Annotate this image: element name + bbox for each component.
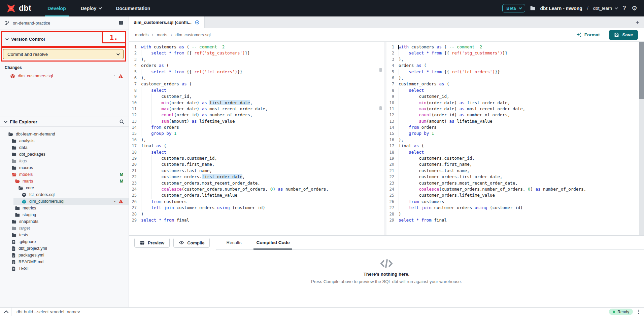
code-line[interactable]: 19 customers.customer_id, bbox=[386, 155, 639, 161]
code-line[interactable]: 23 customer_orders.most_recent_order_dat… bbox=[129, 180, 384, 186]
environment-selector[interactable]: dbt_learn bbox=[593, 6, 617, 11]
tree-item-packages-yml[interactable]: packages.yml bbox=[0, 252, 129, 259]
code-line[interactable]: 9 customer_id, bbox=[129, 93, 384, 100]
editor-scrollbar[interactable] bbox=[639, 42, 644, 235]
code-line[interactable]: 14 from orders bbox=[386, 124, 639, 130]
dbt-logo[interactable]: dbt bbox=[0, 0, 40, 16]
code-line[interactable]: 24 coalesce(customer_orders.number_of_or… bbox=[129, 186, 384, 192]
code-line[interactable]: 7customer_orders as ( bbox=[129, 81, 384, 87]
code-line[interactable]: 2 select * from {{ ref('stg_customers')}… bbox=[386, 50, 639, 56]
tree-item-staging[interactable]: staging bbox=[0, 211, 129, 218]
code-line[interactable]: 16), bbox=[386, 137, 639, 143]
code-line[interactable]: 4orders as ( bbox=[129, 63, 384, 69]
breadcrumb-models[interactable]: models bbox=[135, 33, 148, 37]
tree-item-tests[interactable]: tests bbox=[0, 232, 129, 238]
format-button[interactable]: Format bbox=[576, 32, 600, 38]
code-line[interactable]: 8 select bbox=[386, 87, 639, 93]
code-line[interactable]: 9 customer_id, bbox=[386, 93, 639, 100]
code-line[interactable]: 11 max(order_date) as most_recent_order_… bbox=[386, 106, 639, 112]
code-line[interactable]: 27 left join customer_orders using (cust… bbox=[129, 205, 384, 211]
code-line[interactable]: 21 customers.last_name, bbox=[386, 168, 639, 174]
command-input[interactable]: dbt build --select <model_name> bbox=[11, 309, 80, 314]
code-line[interactable]: 16), bbox=[129, 137, 384, 143]
code-line[interactable]: 25 customer_orders.lifetime_value bbox=[129, 192, 384, 198]
code-line[interactable]: 17final as ( bbox=[129, 143, 384, 149]
code-line[interactable]: 14 from orders bbox=[129, 124, 384, 130]
code-line[interactable]: 25 customer_orders.lifetime_value bbox=[386, 192, 639, 198]
code-line[interactable]: 3), bbox=[386, 56, 639, 63]
tree-item-dbt-packages[interactable]: dbt_packages bbox=[0, 151, 129, 158]
commit-options-toggle[interactable] bbox=[112, 49, 123, 59]
code-line[interactable]: 6), bbox=[129, 75, 384, 81]
code-line[interactable]: 15 group by 1 bbox=[129, 130, 384, 136]
code-pane-right[interactable]: 1with customers as ( -- comment 22 selec… bbox=[386, 42, 639, 235]
tree-item-analysis[interactable]: analysis bbox=[0, 137, 129, 144]
tree-item-data[interactable]: data bbox=[0, 144, 129, 151]
scrollbar-thumb[interactable] bbox=[639, 42, 644, 99]
code-line[interactable]: 7customer_orders as ( bbox=[386, 81, 639, 87]
scroll-mark[interactable] bbox=[379, 68, 382, 72]
file-explorer-header[interactable]: File Explorer bbox=[0, 117, 129, 127]
code-line[interactable]: 10 min(order_date) as first_order_date, bbox=[129, 100, 384, 106]
code-line[interactable]: 29select * from final bbox=[129, 217, 384, 223]
code-line[interactable]: 26 from customers bbox=[129, 199, 384, 205]
breadcrumb-marts[interactable]: marts bbox=[157, 33, 167, 37]
code-line[interactable]: 15 group by 1 bbox=[386, 130, 639, 136]
tab-results[interactable]: Results bbox=[226, 236, 241, 249]
code-line[interactable]: 13 sum(amount) as lifetime_value bbox=[386, 118, 639, 124]
tree-item-snapshots[interactable]: snapshots bbox=[0, 218, 129, 225]
code-pane-left[interactable]: 1with customers as ( -- comment 22 selec… bbox=[129, 42, 384, 235]
pane-divider[interactable] bbox=[384, 42, 386, 235]
code-line[interactable]: 4orders as ( bbox=[386, 63, 639, 69]
code-line[interactable]: 20 customers.first_name, bbox=[386, 161, 639, 167]
code-line[interactable]: 28) bbox=[386, 211, 639, 217]
code-line[interactable]: 12 count(order_id) as number_of_orders, bbox=[129, 112, 384, 118]
code-line[interactable]: 28) bbox=[129, 211, 384, 217]
code-line[interactable]: 18 select bbox=[386, 149, 639, 155]
code-line[interactable]: 27 left join customer_orders using (cust… bbox=[386, 205, 639, 211]
code-line[interactable]: 5 select * from {{ ref('fct_orders')}} bbox=[386, 69, 639, 75]
code-line[interactable]: 12 count(order_id) as number_of_orders, bbox=[386, 112, 639, 118]
code-line[interactable]: 22 customer_orders.first_order_date, bbox=[129, 174, 384, 180]
kebab-menu-icon[interactable] bbox=[637, 309, 641, 315]
tree-item-readme-md[interactable]: README.md bbox=[0, 259, 129, 265]
code-line[interactable]: 18 select bbox=[129, 149, 384, 155]
nav-deploy[interactable]: Deploy bbox=[73, 0, 109, 16]
code-line[interactable]: 8 select bbox=[129, 87, 384, 93]
nav-documentation[interactable]: Documentation bbox=[108, 0, 158, 16]
commit-and-resolve-button[interactable]: Commit and resolve bbox=[3, 49, 124, 59]
search-icon[interactable] bbox=[119, 119, 125, 124]
tree-item-macros[interactable]: macros bbox=[0, 164, 129, 171]
code-line[interactable]: 24 coalesce(customer_orders.number_of_or… bbox=[386, 186, 639, 192]
editor-tab-dim-customers[interactable]: dim_customers.sql (confli... bbox=[129, 16, 205, 28]
code-line[interactable]: 1with customers as ( -- comment 2 bbox=[386, 44, 639, 50]
code-line[interactable]: 17final as ( bbox=[386, 143, 639, 149]
tree-item-target[interactable]: target bbox=[0, 225, 129, 232]
collapse-chevron-up-icon[interactable] bbox=[0, 310, 11, 313]
code-line[interactable]: 21 customers.last_name, bbox=[129, 168, 384, 174]
nav-develop[interactable]: Develop bbox=[40, 0, 73, 16]
code-line[interactable]: 20 customers.first_name, bbox=[129, 161, 384, 167]
code-line[interactable]: 19 customers.customer_id, bbox=[129, 155, 384, 161]
code-line[interactable]: 26 from customers bbox=[386, 199, 639, 205]
tree-item-fct-orders-sql[interactable]: fct_orders.sql bbox=[0, 191, 129, 198]
changed-file-row[interactable]: dim_customers.sql · bbox=[0, 72, 129, 80]
tree-item-logs[interactable]: logs bbox=[0, 158, 129, 164]
code-line[interactable]: 23 customer_orders.most_recent_order_dat… bbox=[386, 180, 639, 186]
tree-item-test[interactable]: TEST bbox=[0, 265, 129, 272]
code-line[interactable]: 1with customers as ( -- comment 2 bbox=[129, 44, 384, 50]
tab-compiled-code[interactable]: Compiled Code bbox=[256, 236, 290, 249]
tree-item-dbt-project-yml[interactable]: dbt_project.yml bbox=[0, 245, 129, 252]
code-line[interactable]: 11 max(order_date) as most_recent_order_… bbox=[129, 106, 384, 112]
tree-item-metrics[interactable]: metrics bbox=[0, 205, 129, 211]
save-button[interactable]: Save bbox=[609, 30, 638, 40]
help-icon[interactable]: ? bbox=[622, 5, 627, 12]
beta-dropdown[interactable]: Beta bbox=[502, 4, 525, 12]
docs-book-icon[interactable] bbox=[118, 20, 124, 26]
compile-button[interactable]: Compile bbox=[173, 238, 210, 248]
code-line[interactable]: 13 sum(amount) as lifetime_value bbox=[129, 118, 384, 124]
tree-item-models[interactable]: modelsM bbox=[0, 171, 129, 178]
code-line[interactable]: 22 customer_orders.first_order_date, bbox=[386, 174, 639, 180]
tree-item--gitignore[interactable]: .gitignore bbox=[0, 238, 129, 245]
tree-item-dim-customers-sql[interactable]: dim_customers.sql· bbox=[0, 198, 129, 205]
